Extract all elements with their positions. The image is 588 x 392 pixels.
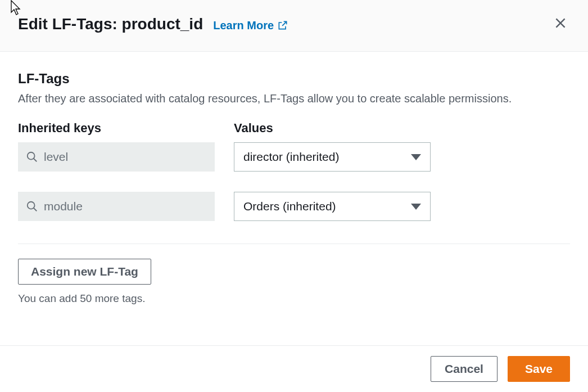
value-level-text: director (inherited): [243, 150, 339, 164]
dialog-footer: Cancel Save: [0, 345, 588, 392]
value-module-text: Orders (inherited): [243, 200, 336, 213]
search-icon: [26, 200, 38, 213]
values-header: Values: [234, 121, 431, 136]
svg-point-0: [28, 152, 35, 160]
search-icon: [26, 151, 38, 163]
dialog-content: LF-Tags After they are associated with c…: [0, 52, 588, 316]
value-select-module[interactable]: Orders (inherited): [234, 192, 431, 221]
header-left: Edit LF-Tags: product_id Learn More: [18, 15, 288, 33]
key-level-text: level: [44, 150, 68, 164]
learn-more-link[interactable]: Learn More: [213, 19, 288, 32]
inherited-keys-column: Inherited keys level module: [18, 121, 215, 221]
section-title: LF-Tags: [18, 71, 570, 87]
svg-point-1: [28, 202, 35, 209]
dialog-title: Edit LF-Tags: product_id: [18, 15, 203, 33]
key-field-level[interactable]: level: [18, 142, 215, 172]
cancel-button[interactable]: Cancel: [431, 356, 497, 382]
close-button[interactable]: [551, 13, 570, 34]
chevron-down-icon: [411, 204, 421, 210]
tag-columns: Inherited keys level module Values direc…: [18, 121, 570, 221]
values-column: Values director (inherited) Orders (inhe…: [234, 121, 431, 221]
assign-new-tag-button[interactable]: Assign new LF-Tag: [18, 259, 151, 285]
key-module-text: module: [44, 200, 83, 213]
divider: [18, 244, 570, 244]
keys-header: Inherited keys: [18, 121, 215, 136]
key-field-module[interactable]: module: [18, 192, 215, 221]
dialog-header: Edit LF-Tags: product_id Learn More: [0, 0, 588, 52]
save-button[interactable]: Save: [508, 356, 570, 382]
chevron-down-icon: [411, 154, 421, 160]
assign-hint: You can add 50 more tags.: [18, 292, 570, 305]
learn-more-label: Learn More: [213, 19, 274, 32]
external-link-icon: [277, 20, 288, 31]
section-description: After they are associated with catalog r…: [18, 92, 570, 105]
value-select-level[interactable]: director (inherited): [234, 142, 431, 172]
close-icon: [553, 16, 568, 30]
